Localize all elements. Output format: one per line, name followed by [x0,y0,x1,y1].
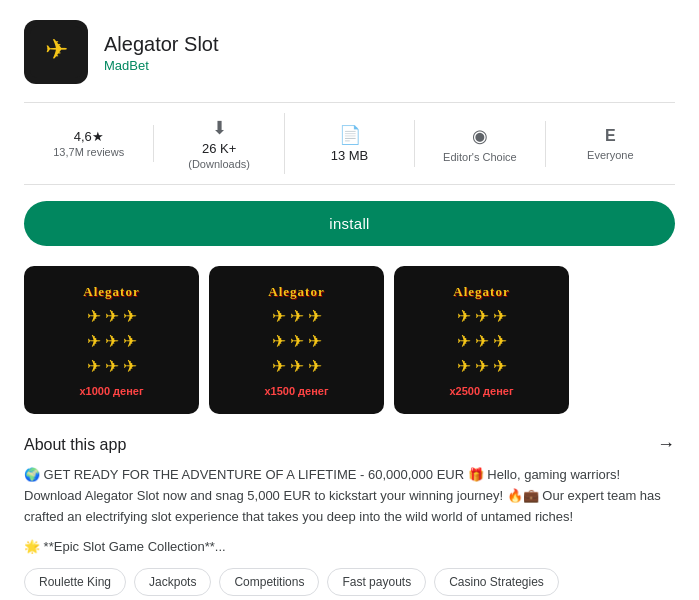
editors-choice-label: Editor's Choice [443,151,517,163]
win-text-1: x1000 денег [79,385,143,397]
stats-row: 4,6★ 13,7M reviews ⬇ 26 K+ (Downloads) 📄… [24,102,675,185]
rating-stat[interactable]: 4,6★ 13,7M reviews [24,125,154,162]
app-icon: ✈ [24,20,88,84]
tag-roulette-king[interactable]: Roulette King [24,568,126,596]
rating-label: 13,7M reviews [53,146,124,158]
plane-icon: ✈ [87,356,101,377]
tag-jackpots[interactable]: Jackpots [134,568,211,596]
screenshot-1-title: Alegator [83,284,139,300]
rating-value: 4,6★ [74,129,104,144]
app-header: ✈ Alegator Slot MadBet [24,20,675,84]
plane-icon: ✈ [105,331,119,352]
plane-icon: ✈ [457,331,471,352]
plane-icon: ✈ [123,356,137,377]
plane-icon: ✈ [308,356,322,377]
screenshots-row: Alegator ✈ ✈ ✈ ✈ ✈ ✈ ✈ ✈ ✈ x1000 денег A… [24,266,675,414]
plane-icon: ✈ [493,306,507,327]
planes-grid-1: ✈ ✈ ✈ ✈ ✈ ✈ ✈ ✈ ✈ [87,306,137,377]
editors-choice-stat: ◉ Editor's Choice [415,121,545,167]
about-arrow-icon[interactable]: → [657,434,675,455]
plane-icon: ✈ [123,306,137,327]
plane-icon: ✈ [123,331,137,352]
plane-icon: ✈ [87,331,101,352]
app-info: Alegator Slot MadBet [104,32,219,73]
age-rating-stat: Ε Everyone [546,123,675,165]
plane-icon: ✈ [308,331,322,352]
downloads-label: (Downloads) [188,158,250,170]
plane-icon: ✈ [475,356,489,377]
tag-casino-strategies[interactable]: Casino Strategies [434,568,559,596]
age-icon: Ε [605,127,616,145]
download-icon: ⬇ [212,117,227,139]
plane-icon: ✈ [105,356,119,377]
size-stat: 📄 13 MB [285,120,415,167]
screenshot-3: Alegator ✈ ✈ ✈ ✈ ✈ ✈ ✈ ✈ ✈ x2500 денег [394,266,569,414]
plane-icon: ✈ [87,306,101,327]
plane-icon: ✈ [272,306,286,327]
size-icon: 📄 [339,124,361,146]
plane-icon: ✈ [105,306,119,327]
plane-icon: ✈ [493,356,507,377]
win-text-2: x1500 денег [264,385,328,397]
about-text: 🌍 GET READY FOR THE ADVENTURE OF A LIFET… [24,465,675,527]
about-title: About this app [24,436,126,454]
planes-grid-3: ✈ ✈ ✈ ✈ ✈ ✈ ✈ ✈ ✈ [457,306,507,377]
tag-competitions[interactable]: Competitions [219,568,319,596]
downloads-stat[interactable]: ⬇ 26 K+ (Downloads) [154,113,284,174]
plane-icon: ✈ [493,331,507,352]
plane-icon: ✈ [272,331,286,352]
svg-text:✈: ✈ [45,34,68,65]
app-developer[interactable]: MadBet [104,58,219,73]
plane-icon: ✈ [457,306,471,327]
epic-text: 🌟 **Epic Slot Game Collection**... [24,539,675,554]
plane-icon: ✈ [475,331,489,352]
tags-row: Roulette King Jackpots Competitions Fast… [24,568,675,596]
about-section-header: About this app → [24,434,675,455]
plane-icon: ✈ [290,306,304,327]
screenshot-2-title: Alegator [268,284,324,300]
screenshot-3-title: Alegator [453,284,509,300]
plane-icon: ✈ [308,306,322,327]
screenshot-1: Alegator ✈ ✈ ✈ ✈ ✈ ✈ ✈ ✈ ✈ x1000 денег [24,266,199,414]
install-button[interactable]: install [24,201,675,246]
screenshot-2: Alegator ✈ ✈ ✈ ✈ ✈ ✈ ✈ ✈ ✈ x1500 денег [209,266,384,414]
app-title: Alegator Slot [104,32,219,56]
editors-choice-icon: ◉ [472,125,488,147]
plane-icon: ✈ [290,356,304,377]
plane-icon: ✈ [272,356,286,377]
planes-grid-2: ✈ ✈ ✈ ✈ ✈ ✈ ✈ ✈ ✈ [272,306,322,377]
win-text-3: x2500 денег [449,385,513,397]
plane-icon: ✈ [457,356,471,377]
tag-fast-payouts[interactable]: Fast payouts [327,568,426,596]
downloads-value: 26 K+ [202,141,236,156]
size-value: 13 MB [331,148,369,163]
plane-icon: ✈ [290,331,304,352]
age-label: Everyone [587,149,633,161]
plane-icon: ✈ [475,306,489,327]
